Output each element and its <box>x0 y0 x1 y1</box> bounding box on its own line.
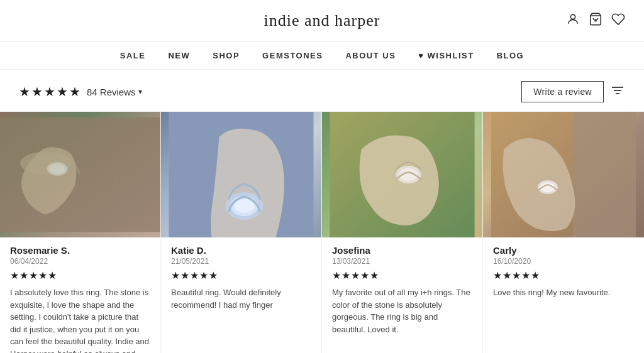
svg-point-14 <box>235 199 255 213</box>
reviews-summary: ★ ★ ★ ★ ★ 84 Reviews ▾ <box>19 84 142 99</box>
review-date-4: 16/10/2020 <box>493 257 634 266</box>
review-date-1: 06/04/2022 <box>10 257 150 266</box>
review-image-1 <box>0 112 160 237</box>
review-image-2 <box>161 112 321 237</box>
nav-about-us[interactable]: ABOUT US <box>345 51 396 60</box>
rating-stars: ★ ★ ★ ★ ★ <box>19 84 80 99</box>
nav-shop[interactable]: SHOP <box>213 51 240 60</box>
nav-heart-icon: ♥ <box>418 51 424 60</box>
reviewer-name-2: Katie D. <box>171 245 311 256</box>
nav-blog[interactable]: BLOG <box>497 51 525 60</box>
site-logo: indie and harper <box>264 11 380 30</box>
write-review-area: Write a review <box>521 81 625 102</box>
review-body-1: Rosemarie S. 06/04/2022 ★ ★ ★ ★ ★ I abso… <box>0 237 160 353</box>
star-4: ★ <box>57 84 68 99</box>
filter-icon[interactable] <box>610 84 625 100</box>
star-2: ★ <box>31 84 43 99</box>
review-body-2: Katie D. 21/05/2021 ★ ★ ★ ★ ★ Beautiful … <box>161 237 321 353</box>
reviewer-name-3: Josefina <box>332 245 472 256</box>
review-card-2: Katie D. 21/05/2021 ★ ★ ★ ★ ★ Beautiful … <box>161 112 322 353</box>
reviewer-name-1: Rosemarie S. <box>10 245 150 256</box>
svg-rect-10 <box>0 117 160 232</box>
nav-wishlist[interactable]: ♥ WISHLIST <box>418 51 474 60</box>
review-stars-2: ★ ★ ★ ★ ★ <box>171 269 311 281</box>
reviewer-name-4: Carly <box>493 245 634 256</box>
site-header: indie and harper $ <box>0 0 644 42</box>
svg-text:$: $ <box>594 18 597 23</box>
svg-point-0 <box>570 14 575 19</box>
review-text-4: Love this ring! My new favourite. <box>493 286 634 299</box>
review-stars-1: ★ ★ ★ ★ ★ <box>10 269 150 281</box>
review-card-3: Josefina 13/03/2021 ★ ★ ★ ★ ★ My favorit… <box>322 112 483 353</box>
review-text-3: My favorite out of all my i+h rings. The… <box>332 286 472 335</box>
review-count[interactable]: 84 Reviews ▾ <box>87 87 142 97</box>
bag-icon[interactable]: $ <box>589 13 602 30</box>
review-body-4: Carly 16/10/2020 ★ ★ ★ ★ ★ Love this rin… <box>483 237 644 353</box>
write-review-button[interactable]: Write a review <box>521 81 604 102</box>
chevron-down-icon: ▾ <box>138 87 142 96</box>
svg-rect-21 <box>573 112 636 237</box>
review-stars-3: ★ ★ ★ ★ ★ <box>332 269 472 281</box>
review-image-3 <box>322 112 482 237</box>
nav-gemstones[interactable]: GEMSTONES <box>262 51 323 60</box>
review-stars-4: ★ ★ ★ ★ ★ <box>493 269 634 281</box>
star-1: ★ <box>19 84 30 99</box>
review-body-3: Josefina 13/03/2021 ★ ★ ★ ★ ★ My favorit… <box>322 237 482 353</box>
nav-new[interactable]: NEW <box>168 51 190 60</box>
wishlist-icon[interactable] <box>611 13 625 30</box>
review-date-3: 13/03/2021 <box>332 257 472 266</box>
star-5: ★ <box>69 84 80 99</box>
review-text-2: Beautiful ring. Would definitely recomme… <box>171 286 311 311</box>
nav-sale[interactable]: SALE <box>120 51 146 60</box>
review-card-4: Carly 16/10/2020 ★ ★ ★ ★ ★ Love this rin… <box>483 112 644 353</box>
main-nav: SALE NEW SHOP GEMSTONES ABOUT US ♥ WISHL… <box>0 42 644 70</box>
user-icon[interactable] <box>566 13 580 30</box>
star-3: ★ <box>44 84 55 99</box>
review-image-4 <box>483 112 644 237</box>
reviews-grid: Rosemarie S. 06/04/2022 ★ ★ ★ ★ ★ I abso… <box>0 111 644 353</box>
review-date-2: 21/05/2021 <box>171 257 311 266</box>
reviews-bar: ★ ★ ★ ★ ★ 84 Reviews ▾ Write a review <box>0 70 644 111</box>
review-text-1: I absolutely love this ring. The stone i… <box>10 286 150 353</box>
review-card-1: Rosemarie S. 06/04/2022 ★ ★ ★ ★ ★ I abso… <box>0 112 161 353</box>
header-icons: $ <box>566 13 625 30</box>
